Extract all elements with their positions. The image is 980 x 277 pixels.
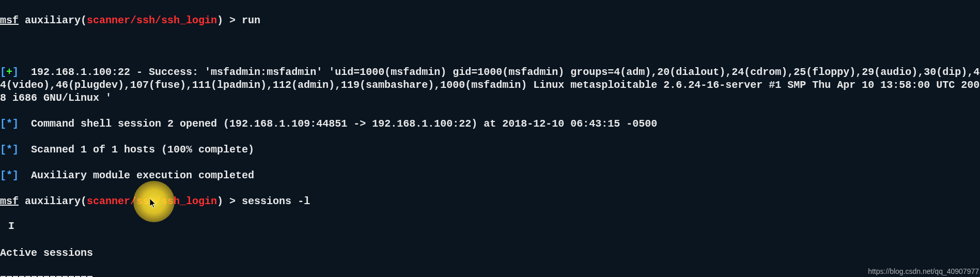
blank-line (0, 221, 980, 234)
success-line: [+] 192.168.1.100:22 - Success: 'msfadmi… (0, 66, 980, 104)
success-text: 192.168.1.100:22 - Success: 'msfadmin:ms… (0, 66, 979, 104)
prompt-close: ) > (217, 195, 242, 207)
blank-line (0, 40, 980, 53)
star-icon: * (6, 118, 12, 130)
terminal-output[interactable]: msf auxiliary(scanner/ssh/ssh_login) > r… (0, 0, 980, 277)
bracket-open: [ (0, 170, 6, 181)
info-line-completed: [*] Auxiliary module execution completed (0, 169, 980, 182)
command-sessions: sessions -l (242, 195, 310, 207)
bracket-close: ] (12, 66, 19, 78)
command-run: run (242, 14, 260, 26)
info-line-session: [*] Command shell session 2 opened (192.… (0, 117, 980, 130)
msf-label: msf (0, 14, 19, 26)
info-text: Auxiliary module execution completed (19, 170, 254, 181)
bracket-close: ] (12, 118, 19, 130)
aux-label: auxiliary( (19, 195, 87, 207)
info-text: Scanned 1 of 1 hosts (100% complete) (19, 144, 254, 156)
active-sessions-header: Active sessions (0, 247, 980, 259)
active-sessions-underline: =============== (0, 272, 980, 277)
bracket-open: [ (0, 66, 6, 78)
plus-icon: + (6, 66, 12, 78)
star-icon: * (6, 144, 12, 156)
star-icon: * (6, 170, 12, 181)
bracket-close: ] (12, 144, 19, 156)
module-path: scanner/ssh/ssh_login (87, 14, 217, 26)
watermark-text: https://blog.csdn.net/qq_40907977 (868, 267, 979, 276)
msf-label: msf (0, 195, 19, 207)
prompt-line-run: msf auxiliary(scanner/ssh/ssh_login) > r… (0, 14, 980, 27)
prompt-line-sessions: msf auxiliary(scanner/ssh/ssh_login) > s… (0, 195, 980, 208)
prompt-close: ) > (217, 14, 242, 26)
module-path: scanner/ssh/ssh_login (87, 195, 217, 207)
info-text: Command shell session 2 opened (192.168.… (19, 118, 657, 130)
info-line-scanned: [*] Scanned 1 of 1 hosts (100% complete) (0, 143, 980, 156)
bracket-open: [ (0, 144, 6, 156)
aux-label: auxiliary( (19, 14, 87, 26)
bracket-close: ] (12, 170, 19, 181)
bracket-open: [ (0, 118, 6, 130)
